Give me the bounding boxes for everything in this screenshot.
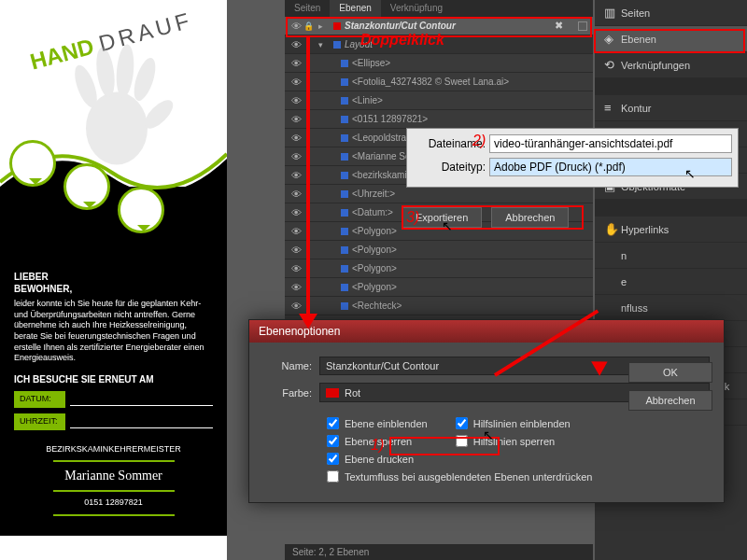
panel-icon: ✋ — [604, 222, 621, 236]
dock-item[interactable]: n — [595, 243, 747, 269]
lock-icon[interactable]: 🔒 — [303, 21, 318, 31]
dock-item[interactable]: ⟲Verknüpfungen — [595, 52, 747, 78]
export-name-input[interactable] — [489, 134, 732, 153]
panel-icon: ≡ — [604, 101, 621, 115]
visibility-icon[interactable]: 👁 — [289, 168, 303, 183]
layer-item-row[interactable]: 👁<Uhrzeit:> — [285, 185, 593, 203]
cancel-button[interactable]: Abbrechen — [628, 390, 712, 411]
visibility-icon[interactable]: 👁 — [289, 112, 303, 127]
flyer-body: leider konnte ich Sie heute für die gepl… — [14, 299, 213, 364]
layers-statusbar: Seite: 2, 2 Ebenen — [285, 544, 593, 560]
panel-icon: ▥ — [604, 6, 621, 20]
export-name-label: Dateiname: — [413, 137, 489, 150]
flyer-phone: 0151 12897821 — [14, 497, 213, 509]
layer-item-row[interactable]: 👁<Ellipse> — [285, 54, 593, 73]
export-type-select[interactable] — [489, 158, 732, 176]
document-preview: HAND DRAUF LIEBER BEWOHNER, leider konnt… — [0, 0, 227, 560]
layer-options-dialog: Ebenenoptionen Name: Farbe: Rot ▾ Ebene … — [248, 319, 725, 503]
slot-time-label: UHRZEIT: — [14, 413, 65, 430]
dialog-title: Ebenenoptionen — [249, 320, 724, 343]
slot-date-label: DATUM: — [14, 391, 65, 408]
visibility-icon[interactable]: 👁 — [289, 19, 303, 34]
tab-verknuepfung[interactable]: Verknüpfung — [381, 0, 452, 17]
visibility-icon[interactable]: 👁 — [289, 280, 303, 295]
target-icon[interactable]: ✖ — [555, 20, 563, 32]
chk-show-guides[interactable]: Hilfslinien einblenden — [456, 417, 571, 429]
chk-print-layer[interactable]: Ebene drucken — [327, 453, 428, 465]
dock-item[interactable]: e — [595, 269, 747, 295]
dock-item[interactable]: nfluss — [595, 295, 747, 321]
flyer-name: Marianne Sommer — [14, 468, 213, 484]
layer-item-row[interactable]: 👁<Fotolia_43274382 © Sweet Lana.ai> — [285, 73, 593, 91]
layer-item-row[interactable]: 👁<Polygon> — [285, 241, 593, 259]
icon-bubbles — [9, 140, 164, 233]
visibility-icon[interactable]: 👁 — [289, 243, 303, 258]
layer-item-row[interactable]: 👁<Polygon> — [285, 259, 593, 278]
dock-item[interactable]: ✋Hyperlinks — [595, 217, 747, 243]
chk-lock-layer[interactable]: Ebene sperren — [327, 435, 428, 447]
select-square[interactable] — [578, 21, 587, 31]
color-swatch — [333, 41, 341, 49]
panel-icon: ◈ — [604, 32, 621, 46]
tab-ebenen[interactable]: Ebenen — [330, 0, 380, 17]
svg-point-3 — [115, 44, 136, 98]
disclosure-icon[interactable]: ▸ — [318, 21, 330, 31]
dock-item[interactable]: ≡Kontur — [595, 95, 747, 121]
color-chip-red — [326, 388, 339, 398]
dock-item[interactable]: ◈Ebenen — [595, 26, 747, 52]
export-cancel-button[interactable]: Abbrechen — [491, 207, 569, 228]
layer-item-row[interactable]: 👁<Rechteck> — [285, 297, 593, 315]
visibility-icon[interactable]: 👁 — [289, 261, 303, 276]
disclosure-icon[interactable]: ▾ — [318, 40, 330, 49]
chk-lock-guides[interactable]: Hilfslinien sperren — [456, 435, 571, 447]
visibility-icon[interactable]: 👁 — [289, 224, 303, 239]
visibility-icon[interactable]: 👁 — [289, 75, 303, 90]
export-fragment: Dateiname: Dateityp: — [406, 128, 739, 188]
chk-show-layer[interactable]: Ebene einblenden — [327, 417, 428, 429]
dock-item[interactable]: ▥Seiten — [595, 0, 747, 26]
visibility-icon[interactable]: 👁 — [289, 131, 303, 146]
export-type-label: Dateityp: — [413, 161, 489, 174]
svg-point-2 — [93, 47, 117, 99]
svg-point-4 — [130, 55, 160, 103]
layer-row-layout[interactable]: 👁 ▾ Layout — [285, 35, 593, 54]
panel-icon: ⟲ — [604, 58, 621, 72]
chk-textwrap[interactable]: Textumfluss bei ausgeblendeten Ebenen un… — [327, 470, 710, 483]
visibility-icon[interactable]: 👁 — [289, 187, 303, 202]
dialog-color-label: Farbe: — [263, 387, 319, 399]
visibility-icon[interactable]: 👁 — [289, 299, 303, 314]
flyer-greeting: LIEBER BEWOHNER, — [14, 271, 213, 295]
tab-seiten[interactable]: Seiten — [285, 0, 330, 17]
visibility-icon[interactable]: 👁 — [289, 56, 303, 71]
export-button[interactable]: Exportieren — [402, 207, 482, 228]
layer-row-cutcontour[interactable]: 👁 🔒 ▸ Stanzkontur/Cut Contour ✖ — [285, 17, 593, 35]
dialog-name-label: Name: — [263, 360, 319, 371]
visibility-icon[interactable]: 👁 — [289, 149, 303, 164]
visibility-icon[interactable]: 👁 — [289, 37, 303, 52]
flyer-revisit: ICH BESUCHE SIE ERNEUT AM — [14, 373, 213, 385]
visibility-icon[interactable]: 👁 — [289, 205, 303, 220]
layer-item-row[interactable]: 👁<Linie> — [285, 91, 593, 110]
layer-item-row[interactable]: 👁<0151 12897821> — [285, 110, 593, 129]
ok-button[interactable]: OK — [628, 362, 712, 383]
flyer-role: BEZIRKSKAMINKEHRERMEISTER — [14, 444, 213, 455]
visibility-icon[interactable]: 👁 — [289, 93, 303, 108]
color-swatch — [333, 22, 341, 30]
layer-item-row[interactable]: 👁<Polygon> — [285, 278, 593, 297]
